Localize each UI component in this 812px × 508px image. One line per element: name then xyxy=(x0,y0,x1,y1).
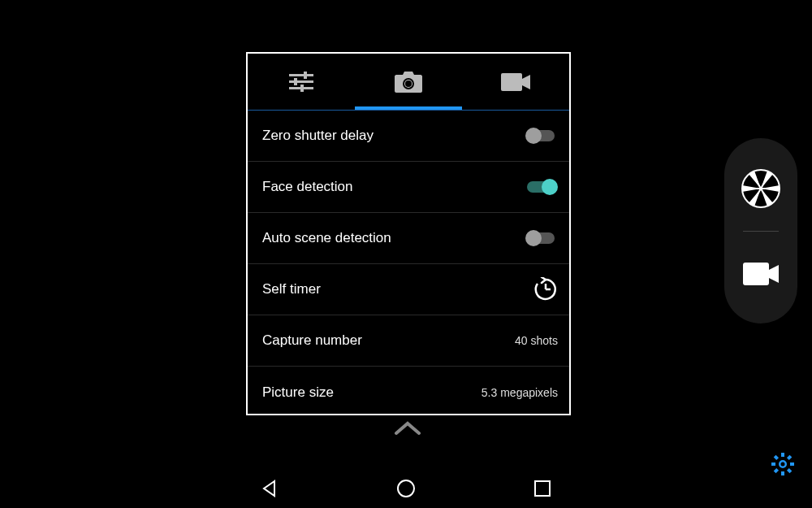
settings-list: Zero shutter delay Face detection Auto s… xyxy=(248,111,569,414)
toggle-knob xyxy=(525,230,542,246)
toggle-zero-shutter-delay[interactable] xyxy=(525,126,558,145)
row-label: Picture size xyxy=(262,384,334,401)
video-icon xyxy=(743,263,779,285)
video-icon xyxy=(501,73,530,91)
row-picture-size[interactable]: Picture size 5.3 megapixels xyxy=(248,367,569,414)
row-value: 5.3 megapixels xyxy=(482,386,558,399)
toggle-auto-scene-detection[interactable] xyxy=(525,228,558,248)
collapse-panel-button[interactable] xyxy=(393,420,422,436)
aperture-icon xyxy=(741,169,780,208)
tab-video[interactable] xyxy=(462,54,569,110)
toggle-knob xyxy=(542,179,558,195)
svg-rect-4 xyxy=(294,78,297,85)
android-navbar xyxy=(0,469,812,508)
row-capture-number[interactable]: Capture number 40 shots xyxy=(248,315,569,367)
row-label: Face detection xyxy=(262,179,353,195)
svg-point-29 xyxy=(398,480,414,497)
svg-rect-0 xyxy=(289,74,313,76)
svg-rect-20 xyxy=(743,263,769,285)
row-value: 40 shots xyxy=(515,334,558,347)
svg-rect-28 xyxy=(774,455,779,460)
tab-active-indicator xyxy=(355,106,462,110)
camera-icon xyxy=(394,70,423,94)
tab-photo[interactable] xyxy=(355,54,462,110)
nav-recent-button[interactable] xyxy=(531,477,554,500)
settings-tabs xyxy=(248,54,569,111)
svg-rect-3 xyxy=(304,72,307,79)
svg-rect-27 xyxy=(771,462,775,466)
tab-general[interactable] xyxy=(248,54,355,110)
row-face-detection[interactable]: Face detection xyxy=(248,162,569,213)
svg-rect-5 xyxy=(300,85,304,92)
video-mode-button[interactable] xyxy=(738,251,784,297)
svg-rect-21 xyxy=(781,453,784,457)
row-label: Self timer xyxy=(262,281,321,297)
chevron-up-icon xyxy=(393,420,422,436)
svg-rect-22 xyxy=(787,455,792,460)
shutter-button[interactable] xyxy=(738,166,784,211)
row-label: Capture number xyxy=(262,332,362,349)
toggle-knob xyxy=(525,128,542,144)
svg-point-8 xyxy=(405,80,412,87)
sliders-icon xyxy=(289,72,313,93)
timer-icon xyxy=(533,277,558,302)
camera-mode-controls xyxy=(724,138,797,323)
nav-home-button[interactable] xyxy=(395,477,417,500)
row-label: Auto scene detection xyxy=(262,230,391,246)
nav-back-button[interactable] xyxy=(258,477,281,500)
camera-settings-panel: Zero shutter delay Face detection Auto s… xyxy=(246,52,571,415)
toggle-face-detection[interactable] xyxy=(525,177,558,197)
svg-rect-30 xyxy=(535,481,550,496)
svg-rect-1 xyxy=(289,80,313,83)
row-auto-scene-detection[interactable]: Auto scene detection xyxy=(248,213,569,264)
home-icon xyxy=(396,479,416,498)
svg-rect-23 xyxy=(790,462,794,466)
row-self-timer[interactable]: Self timer xyxy=(248,264,569,315)
row-label: Zero shutter delay xyxy=(262,128,374,144)
row-zero-shutter-delay[interactable]: Zero shutter delay xyxy=(248,111,569,162)
recent-icon xyxy=(534,480,551,497)
back-icon xyxy=(261,480,279,497)
svg-rect-9 xyxy=(501,73,522,91)
side-divider xyxy=(743,231,779,232)
